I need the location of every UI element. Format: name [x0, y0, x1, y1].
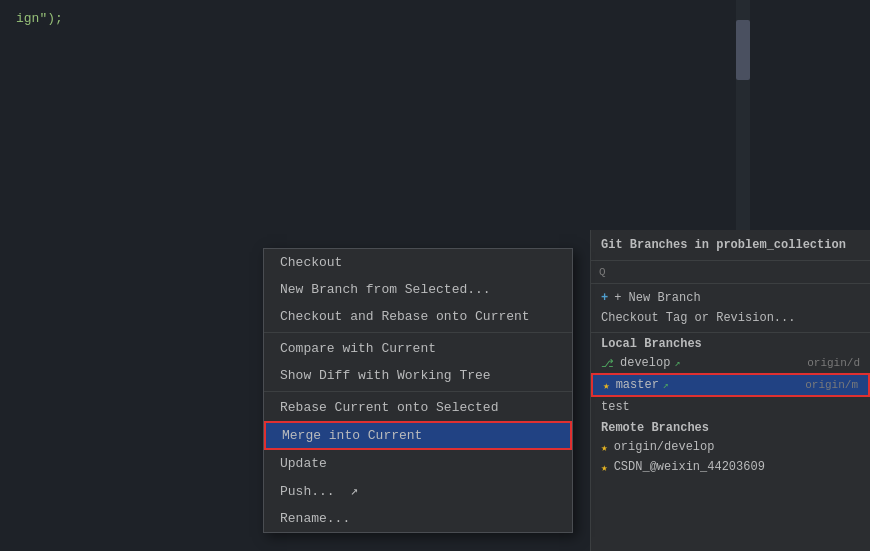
remote-branch-name-origin-develop: origin/develop — [614, 440, 715, 454]
star-icon-master: ★ — [603, 379, 610, 392]
branch-csdn[interactable]: ★ CSDN_@weixin_44203609 — [591, 457, 870, 477]
git-actions-section: + + New Branch Checkout Tag or Revision.… — [591, 284, 870, 333]
branch-master[interactable]: ★ master ↗ origin/m — [591, 373, 870, 397]
search-icon: Q — [599, 266, 606, 278]
checkout-tag-label: Checkout Tag or Revision... — [601, 311, 795, 325]
code-line-6 — [16, 108, 734, 128]
branch-test[interactable]: test — [591, 397, 870, 417]
branch-name-test: test — [601, 400, 630, 414]
context-rename[interactable]: Rename... — [264, 505, 572, 532]
star-icon-csdn: ★ — [601, 461, 608, 474]
context-new-branch-from-selected[interactable]: New Branch from Selected... — [264, 276, 572, 303]
code-line-2 — [16, 28, 734, 48]
context-menu: Checkout New Branch from Selected... Che… — [263, 248, 573, 533]
code-line-7 — [16, 128, 734, 148]
remote-branch-name-csdn: CSDN_@weixin_44203609 — [614, 460, 765, 474]
new-branch-label: + New Branch — [614, 291, 700, 305]
branch-origin-develop[interactable]: ★ origin/develop — [591, 437, 870, 457]
context-compare-with-current[interactable]: Compare with Current — [264, 335, 572, 362]
branch-origin-develop: origin/d — [807, 357, 860, 369]
git-branches-panel: Git Branches in problem_collection Q + +… — [590, 230, 870, 551]
plus-icon: + — [601, 291, 608, 305]
context-checkout-rebase[interactable]: Checkout and Rebase onto Current — [264, 303, 572, 330]
separator-1 — [264, 332, 572, 333]
context-update[interactable]: Update — [264, 450, 572, 477]
code-line-4 — [16, 68, 734, 88]
git-search-input[interactable] — [610, 265, 862, 279]
branch-name-develop: develop — [620, 356, 670, 370]
context-merge-into-current[interactable]: Merge into Current — [264, 421, 572, 450]
checkout-tag-button[interactable]: Checkout Tag or Revision... — [591, 308, 870, 328]
git-search-bar[interactable]: Q — [591, 261, 870, 284]
code-line-5 — [16, 88, 734, 108]
scrollbar-thumb[interactable] — [736, 20, 750, 80]
star-icon-origin-develop: ★ — [601, 441, 608, 454]
git-panel-title: Git Branches in problem_collection — [591, 230, 870, 261]
code-line-1: ign"); — [16, 8, 734, 28]
context-show-diff[interactable]: Show Diff with Working Tree — [264, 362, 572, 389]
context-push[interactable]: Push... ↗ — [264, 477, 572, 505]
branch-icon-develop: ⎇ — [601, 357, 614, 370]
branch-arrow-develop: ↗ — [674, 357, 680, 369]
branch-name-master: master — [616, 378, 659, 392]
new-branch-button[interactable]: + + New Branch — [591, 288, 870, 308]
local-branches-header: Local Branches — [591, 333, 870, 353]
branch-develop[interactable]: ⎇ develop ↗ origin/d — [591, 353, 870, 373]
separator-2 — [264, 391, 572, 392]
branch-origin-master: origin/m — [805, 379, 858, 391]
branch-arrow-master: ↗ — [663, 379, 669, 391]
remote-branches-header: Remote Branches — [591, 417, 870, 437]
code-line-8 — [16, 148, 734, 168]
context-checkout[interactable]: Checkout — [264, 249, 572, 276]
context-rebase-current[interactable]: Rebase Current onto Selected — [264, 394, 572, 421]
code-line-3 — [16, 48, 734, 68]
